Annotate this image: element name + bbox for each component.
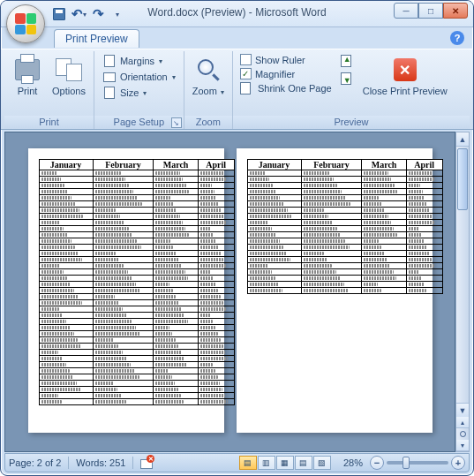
shrink-icon <box>240 82 251 94</box>
save-icon <box>53 8 65 20</box>
prev-page-icon: ▲ <box>341 55 351 67</box>
minimize-icon: ─ <box>403 6 409 16</box>
page-setup-launcher[interactable]: ↘ <box>171 117 182 128</box>
table-row <box>39 238 234 245</box>
help-button[interactable]: ? <box>450 31 464 45</box>
proofing-button[interactable]: ✕ <box>140 457 153 469</box>
chevron-down-icon: ▾ <box>172 73 176 81</box>
prev-page-nav-button[interactable]: ▴ <box>456 417 469 428</box>
table-row <box>39 393 234 399</box>
zoom-slider[interactable] <box>387 461 448 465</box>
table-header: January <box>39 160 93 170</box>
table-row <box>247 276 442 282</box>
print-button[interactable]: Print <box>9 53 46 99</box>
group-label: Print <box>4 116 94 129</box>
next-page-button[interactable]: ▼ <box>339 71 353 87</box>
margins-button[interactable]: Margins▾ <box>99 53 179 69</box>
table-row <box>39 337 234 344</box>
close-print-preview-button[interactable]: ✕ Close Print Preview <box>359 53 451 99</box>
slider-thumb[interactable] <box>403 457 410 469</box>
maximize-icon: □ <box>428 6 433 16</box>
full-screen-view-button[interactable]: ▥ <box>258 456 275 470</box>
preview-page-1: JanuaryFebruaryMarchApril <box>28 148 224 433</box>
scroll-track[interactable] <box>456 147 469 403</box>
scroll-up-button[interactable]: ▲ <box>456 132 469 147</box>
table-row <box>39 374 234 381</box>
shrink-one-page-button[interactable]: Shrink One Page <box>237 81 335 95</box>
minimize-button[interactable]: ─ <box>394 3 418 19</box>
redo-button[interactable]: ↷ <box>89 5 107 23</box>
table-header: April <box>198 160 234 170</box>
view-buttons: ▤ ▥ ▦ ▤ ▧ <box>239 456 331 470</box>
circle-icon <box>460 431 466 437</box>
zoom-button[interactable]: Zoom ▾ <box>189 53 228 100</box>
table-row <box>39 282 234 288</box>
table-header: March <box>154 160 198 170</box>
table-header: February <box>301 160 362 170</box>
qat-customize-button[interactable]: ▾ <box>109 5 126 23</box>
options-button[interactable]: Options <box>49 53 89 99</box>
document-preview-area[interactable]: JanuaryFebruaryMarchApril JanuaryFebruar… <box>4 132 455 452</box>
table-header: February <box>93 160 154 170</box>
table-row <box>39 226 234 232</box>
plus-icon: + <box>455 457 461 468</box>
table-row <box>39 381 234 387</box>
scroll-down-button[interactable]: ▼ <box>456 403 469 417</box>
zoom-in-button[interactable]: + <box>451 456 465 470</box>
table-row <box>39 368 234 374</box>
save-button[interactable] <box>50 5 68 23</box>
table-row <box>247 208 442 214</box>
size-icon <box>104 87 115 99</box>
ribbon-tab-row: Print Preview ? <box>1 27 473 49</box>
print-label: Print <box>18 86 38 96</box>
print-layout-view-button[interactable]: ▤ <box>239 456 257 470</box>
arrow-up-icon: ▲ <box>459 135 467 144</box>
quick-access-toolbar: ↶▾ ↷ ▾ <box>50 5 126 23</box>
table-header: January <box>247 160 301 170</box>
scroll-thumb[interactable] <box>457 148 468 210</box>
office-logo-icon <box>15 13 36 34</box>
outline-view-button[interactable]: ▤ <box>295 456 312 470</box>
chevron-down-icon: ▾ <box>159 57 162 65</box>
zoom-percent[interactable]: 28% <box>343 457 363 468</box>
table-row <box>39 344 234 350</box>
checkbox-icon: ✓ <box>240 68 252 79</box>
next-page-nav-button[interactable]: ▾ <box>456 440 469 451</box>
size-button[interactable]: Size▾ <box>99 85 179 101</box>
table-row <box>247 245 442 251</box>
double-up-icon: ▴ <box>461 419 464 427</box>
word-count[interactable]: Words: 251 <box>76 457 125 468</box>
table-row <box>39 189 234 195</box>
table-row <box>39 195 234 201</box>
arrow-down-icon: ▼ <box>459 406 467 415</box>
undo-button[interactable]: ↶▾ <box>70 5 87 23</box>
table-row <box>247 177 442 183</box>
magnifier-checkbox[interactable]: ✓Magnifier <box>237 67 335 80</box>
group-page-setup: Margins▾ Orientation▾ Size▾ Page Setup↘ <box>94 51 184 129</box>
browse-object-button[interactable] <box>456 428 469 440</box>
maximize-button[interactable]: □ <box>418 3 443 19</box>
orientation-button[interactable]: Orientation▾ <box>99 69 179 85</box>
web-layout-view-button[interactable]: ▦ <box>276 456 294 470</box>
close-window-button[interactable]: ✕ <box>443 3 468 19</box>
document-table: JanuaryFebruaryMarchApril <box>39 159 235 405</box>
table-row <box>39 245 234 251</box>
tab-print-preview[interactable]: Print Preview <box>54 29 139 48</box>
close-icon: ✕ <box>394 58 417 81</box>
chevron-down-icon: ▾ <box>143 89 147 97</box>
table-row <box>39 257 234 263</box>
table-row <box>39 387 234 393</box>
app-window: ↶▾ ↷ ▾ Word.docx (Preview) - Microsoft W… <box>0 0 474 476</box>
table-row <box>247 189 442 195</box>
previous-page-button[interactable]: ▲ <box>339 53 353 69</box>
page-indicator[interactable]: Page: 2 of 2 <box>9 457 61 468</box>
table-row <box>247 183 442 189</box>
zoom-label: Zoom <box>192 86 217 96</box>
show-ruler-checkbox[interactable]: Show Ruler <box>237 53 335 66</box>
minus-icon: − <box>374 457 380 468</box>
table-row <box>247 226 442 232</box>
draft-view-button[interactable]: ▧ <box>313 456 331 470</box>
office-button[interactable] <box>6 4 45 43</box>
table-row <box>39 276 234 282</box>
zoom-out-button[interactable]: − <box>370 456 384 470</box>
